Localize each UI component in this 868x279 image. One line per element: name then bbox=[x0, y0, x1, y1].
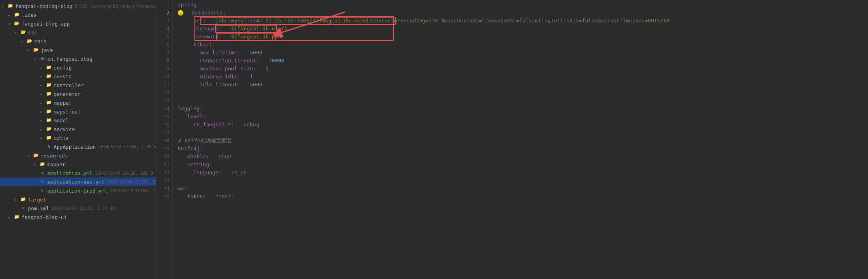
sidebar-item-uitls[interactable]: 📁 uitls bbox=[0, 134, 156, 142]
ln-4: 4 bbox=[156, 25, 169, 33]
sidebar-item-consts[interactable]: 📁 consts bbox=[0, 72, 156, 81]
resources-icon: 📂 bbox=[33, 152, 39, 159]
target-label: target bbox=[28, 197, 46, 203]
key-enable: enable: bbox=[187, 153, 209, 159]
app-yml-icon: ⚙ bbox=[39, 170, 46, 176]
controller-icon: 📁 bbox=[46, 82, 52, 88]
username-open: ${ bbox=[231, 26, 237, 32]
key-spring: spring: bbox=[178, 2, 200, 8]
mapper-res-arrow bbox=[34, 162, 39, 167]
root-label: fangcai-coding-blog bbox=[15, 3, 72, 9]
sidebar-item-pom-xml[interactable]: m pom.xml 2024/10/30 16:28, 3.37 kB bbox=[0, 204, 156, 213]
space9 bbox=[237, 122, 241, 128]
model-arrow bbox=[40, 118, 46, 123]
sidebar-item-resources[interactable]: 📂 resources bbox=[0, 151, 156, 160]
key-setting: setting: bbox=[187, 161, 212, 167]
controller-label: controller bbox=[54, 82, 84, 88]
line2-indent bbox=[185, 9, 192, 17]
target-icon: 📁 bbox=[20, 196, 26, 203]
code-line-6: hikari: bbox=[178, 41, 868, 49]
line9-indent bbox=[178, 66, 197, 72]
service-arrow bbox=[40, 127, 46, 132]
ln-1: 1 bbox=[156, 1, 169, 9]
generator-label: generator bbox=[54, 91, 81, 97]
space6 bbox=[259, 66, 263, 72]
java-arrow bbox=[27, 48, 33, 52]
sidebar-item-controller[interactable]: 📁 controller bbox=[0, 81, 156, 90]
ln-19: 19 bbox=[156, 145, 169, 153]
password-close: } bbox=[281, 34, 284, 40]
sidebar-item-mapper[interactable]: 📁 mapper bbox=[0, 98, 156, 107]
val-language: zh_cn bbox=[231, 169, 247, 175]
model-label: model bbox=[54, 118, 69, 124]
app-yml-label: application.yml bbox=[47, 170, 92, 176]
key-wx: wx: bbox=[178, 185, 187, 191]
tree-root[interactable]: 📁 fangcai-coding-blog D:\03_learning\02_… bbox=[0, 2, 156, 10]
sidebar-item-service[interactable]: 📁 service bbox=[0, 125, 156, 134]
sidebar-item-appapplication[interactable]: A AppApplication 2024/9/13 12:56, 1.69 k… bbox=[0, 142, 156, 151]
ln-12: 12 bbox=[156, 89, 169, 97]
code-line-20: enable: true bbox=[178, 153, 868, 161]
code-line-23 bbox=[178, 177, 868, 185]
sidebar-item-mapstruct[interactable]: 📁 mapstruct bbox=[0, 107, 156, 116]
fangcai-db-pwd: fangcai.db.pwd bbox=[237, 34, 281, 40]
line8-indent bbox=[178, 58, 197, 64]
sidebar-item-model[interactable]: 📁 model bbox=[0, 116, 156, 125]
sidebar-item-idea[interactable]: 📁 .idea bbox=[0, 10, 156, 19]
sidebar-item-blog-ui[interactable]: 📁 fangcai-blog-ui bbox=[0, 213, 156, 221]
line-numbers: 1 2 3 4 5 6 7 8 9 10 11 12 13 14 15 16 1… bbox=[156, 0, 173, 279]
space1 bbox=[209, 18, 212, 24]
mapstruct-icon: 📁 bbox=[46, 108, 52, 115]
key-password: password: bbox=[193, 34, 221, 40]
root-arrow bbox=[2, 4, 7, 8]
sidebar-item-application-yml[interactable]: ⚙ application.yml 2024/10/30 16:28, 241 … bbox=[0, 169, 156, 177]
sidebar-item-generator[interactable]: 📁 generator bbox=[0, 90, 156, 98]
ln-16: 16 bbox=[156, 121, 169, 129]
code-line-21: setting: bbox=[178, 161, 868, 169]
password-open: ${ bbox=[231, 34, 237, 40]
consts-icon: 📁 bbox=[46, 73, 52, 80]
sidebar-item-package[interactable]: ⊞ cn.fangcai.blog bbox=[0, 54, 156, 63]
ln-22: 22 bbox=[156, 169, 169, 177]
sidebar-item-target[interactable]: 📁 target bbox=[0, 195, 156, 204]
app-meta: 2024/9/13 12:56, 1.69 kB 2024/9... bbox=[98, 144, 156, 149]
sidebar-item-application-dev-yml[interactable]: ⚙ application-dev.yml 2024/10/30 16:28, … bbox=[0, 177, 156, 186]
sidebar-item-java[interactable]: 📂 java bbox=[0, 46, 156, 54]
space8 bbox=[243, 82, 247, 88]
line10-indent bbox=[178, 74, 197, 80]
fangcai-db-user: fangcai.db.user bbox=[237, 26, 284, 32]
sidebar-item-main[interactable]: 📂 main bbox=[0, 37, 156, 46]
app-yml-meta: 2024/10/30 16:28, 241 B 2024/10/25... bbox=[95, 171, 156, 175]
ln-18: 18 bbox=[156, 137, 169, 145]
sidebar-item-src[interactable]: 📂 src bbox=[0, 28, 156, 37]
space4 bbox=[243, 50, 247, 56]
file-tree[interactable]: 📁 fangcai-coding-blog D:\03_learning\02_… bbox=[0, 0, 156, 279]
sidebar-item-mapper-res[interactable]: 📁 mapper bbox=[0, 160, 156, 169]
key-level: level: bbox=[187, 114, 206, 120]
uitls-label: uitls bbox=[54, 135, 69, 141]
dev-yml-label: application-dev.yml bbox=[47, 179, 104, 185]
package-label: cn.fangcai.blog bbox=[47, 56, 92, 62]
ln-5: 5 bbox=[156, 33, 169, 41]
sidebar-item-application-prod-yml[interactable]: ⚙ application-prod.yml 2024/9/13 12:56, … bbox=[0, 186, 156, 195]
prod-yml-icon: ⚙ bbox=[39, 187, 46, 194]
fangcai-db-name: fangcai.db.name bbox=[319, 18, 366, 24]
code-area[interactable]: spring: 💡 datasource: url: jdbc:mysql://… bbox=[173, 0, 868, 279]
model-icon: 📁 bbox=[46, 117, 52, 124]
sidebar-item-config[interactable]: 📁 config bbox=[0, 63, 156, 72]
ln-23: 23 bbox=[156, 177, 169, 185]
code-line-7: max-lifetime: 5000 bbox=[178, 49, 868, 57]
line21-indent bbox=[178, 161, 184, 167]
mapper-icon: 📁 bbox=[46, 100, 52, 106]
key-url: url: bbox=[193, 18, 206, 24]
code-line-22: language: zh_cn bbox=[178, 169, 868, 177]
ln-13: 13 bbox=[156, 97, 169, 105]
ln-2: 2 bbox=[156, 9, 169, 17]
val-max-pool: 1 bbox=[265, 66, 269, 72]
code-line-12 bbox=[178, 89, 868, 97]
config-arrow bbox=[40, 66, 46, 70]
key-star: .*: bbox=[225, 122, 234, 128]
username-close: } bbox=[284, 26, 287, 32]
sidebar-item-blog-app[interactable]: 📂 fangcai-blog-app bbox=[0, 19, 156, 28]
editor-content[interactable]: 1 2 3 4 5 6 7 8 9 10 11 12 13 14 15 16 1… bbox=[156, 0, 868, 279]
